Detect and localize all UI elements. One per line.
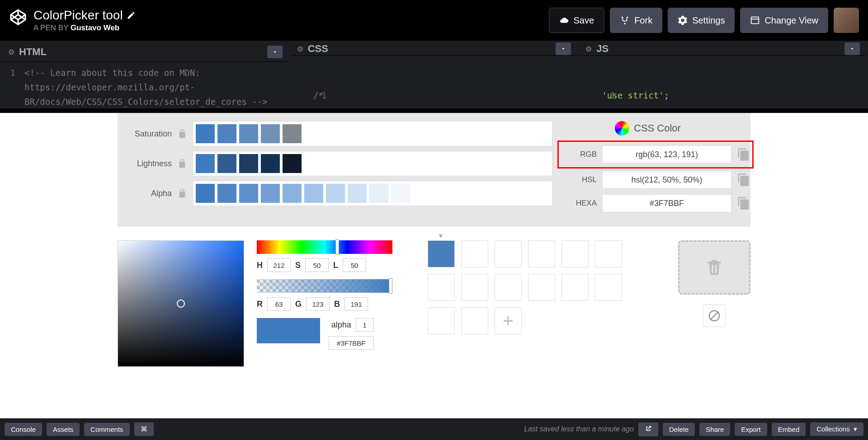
sample-swatch[interactable]	[595, 240, 622, 267]
swatch[interactable]	[196, 154, 215, 173]
settings-button[interactable]: Settings	[668, 8, 735, 33]
swatch[interactable]	[239, 154, 258, 173]
change-view-button[interactable]: Change View	[740, 8, 828, 33]
swatch[interactable]	[261, 124, 280, 143]
sample-swatch[interactable]	[495, 274, 522, 301]
sample-swatch[interactable]	[561, 240, 589, 267]
panel-menu-button[interactable]	[267, 46, 283, 58]
swatch[interactable]	[196, 124, 215, 143]
lock-icon[interactable]	[177, 129, 187, 139]
copy-icon[interactable]	[737, 173, 750, 187]
html-editor[interactable]: 1<!-- Learn about this code on MDN: http…	[2, 62, 289, 108]
js-editor[interactable]: 1'use strict'; 2 3var UIColorPicker = (f…	[579, 56, 866, 108]
collections-button[interactable]: Collections ▾	[810, 422, 863, 436]
author-link[interactable]: Gustavo Web	[71, 23, 119, 32]
sample-swatch[interactable]	[428, 240, 455, 267]
swatch[interactable]	[217, 154, 236, 173]
panel-label-css: CSS	[308, 43, 328, 55]
swatch[interactable]	[196, 184, 215, 203]
export-button[interactable]: Export	[735, 423, 767, 436]
sample-swatch[interactable]	[461, 240, 488, 267]
rgb-value[interactable]: rgb(63, 123, 191)	[602, 145, 731, 164]
g-input[interactable]	[306, 297, 330, 311]
lock-icon[interactable]	[177, 188, 187, 198]
sample-swatch[interactable]	[461, 274, 488, 301]
sample-swatch[interactable]	[461, 307, 488, 334]
sample-swatch[interactable]	[495, 240, 522, 267]
no-color-button[interactable]	[703, 304, 726, 327]
byline-prefix: A PEN BY	[33, 23, 71, 32]
swatch[interactable]	[261, 184, 280, 203]
alpha-input[interactable]	[356, 318, 374, 332]
swatch[interactable]	[369, 184, 388, 203]
swatch[interactable]	[217, 124, 236, 143]
swatch[interactable]	[326, 184, 345, 203]
gear-icon[interactable]: ⚙	[585, 45, 592, 53]
swatch[interactable]	[391, 184, 410, 203]
l-input[interactable]	[343, 258, 366, 272]
share-button[interactable]: Share	[699, 423, 730, 436]
embed-button[interactable]: Embed	[772, 423, 806, 436]
hex-input[interactable]	[329, 336, 374, 350]
swatch[interactable]	[348, 184, 367, 203]
swatch[interactable]	[239, 124, 258, 143]
gear-icon	[678, 15, 688, 25]
user-avatar[interactable]	[834, 8, 859, 33]
assets-button[interactable]: Assets	[47, 423, 80, 436]
sample-swatch[interactable]	[428, 307, 455, 334]
swatch[interactable]	[283, 124, 302, 143]
console-button[interactable]: Console	[5, 423, 42, 436]
sample-swatch[interactable]	[528, 240, 555, 267]
picker-cursor[interactable]	[177, 300, 185, 308]
gear-icon[interactable]: ⚙	[8, 48, 14, 56]
color-wheel-icon	[615, 121, 629, 136]
b-input[interactable]	[344, 297, 368, 311]
open-new-button[interactable]	[638, 422, 658, 436]
sample-swatch[interactable]	[528, 274, 555, 301]
s-input[interactable]	[305, 258, 329, 272]
swatch[interactable]	[217, 184, 236, 203]
panel-menu-button[interactable]	[556, 42, 571, 55]
swatch[interactable]	[239, 184, 258, 203]
js-panel: ⚙ JS 1'use strict'; 2 3var UIColorPicker…	[579, 42, 866, 108]
panel-menu-button[interactable]	[844, 42, 860, 55]
svg-line-3	[710, 312, 718, 320]
pencil-icon[interactable]	[127, 11, 136, 20]
sample-swatch[interactable]	[428, 274, 455, 301]
lock-icon[interactable]	[177, 159, 187, 169]
chevron-down-icon	[272, 49, 278, 55]
add-sample-button[interactable]: +	[495, 307, 522, 334]
alpha-knob[interactable]	[389, 278, 392, 294]
copy-icon[interactable]	[737, 197, 750, 210]
gear-icon[interactable]: ⚙	[297, 45, 303, 53]
sample-swatch[interactable]	[561, 274, 589, 301]
swatch[interactable]	[261, 154, 280, 173]
swatch[interactable]	[283, 184, 302, 203]
svg-rect-0	[751, 17, 759, 24]
fork-button[interactable]: Fork	[610, 8, 662, 33]
hex-value[interactable]: #3F7BBF	[602, 194, 731, 212]
light-swatches	[193, 151, 552, 176]
hsl-value[interactable]: hsl(212, 50%, 50%)	[602, 171, 731, 189]
delete-button[interactable]: Delete	[663, 423, 695, 436]
codepen-logo-icon[interactable]	[9, 8, 27, 26]
save-button[interactable]: Save	[549, 8, 605, 33]
prohibit-icon	[708, 309, 721, 323]
alpha-slider[interactable]	[257, 279, 392, 293]
hex-row: HEXA #3F7BBF	[561, 194, 750, 212]
hue-slider[interactable]	[257, 240, 392, 254]
shortcuts-button[interactable]: ⌘	[134, 422, 154, 436]
copy-icon[interactable]	[737, 148, 750, 161]
h-input[interactable]	[267, 258, 291, 272]
sample-swatch[interactable]	[595, 274, 622, 301]
hue-knob[interactable]	[335, 239, 339, 255]
current-swatch[interactable]	[257, 318, 320, 343]
pen-title[interactable]: ColorPicker tool	[33, 8, 123, 23]
swatch[interactable]	[283, 154, 302, 173]
sat-light-picker[interactable]	[118, 240, 244, 367]
trash-dropzone[interactable]	[678, 240, 750, 295]
comments-button[interactable]: Comments	[84, 423, 130, 436]
r-input[interactable]	[267, 297, 291, 311]
swatch[interactable]	[304, 184, 323, 203]
css-editor[interactable]: 1/* 2 * COLOR PICKER TOOL 3 */ 4	[291, 56, 578, 108]
